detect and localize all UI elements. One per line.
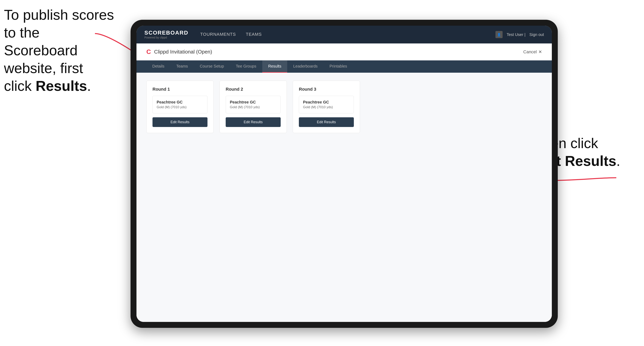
round-2-card: Round 2 Peachtree GC Gold (M) (7010 yds)…: [220, 81, 287, 133]
results-content: Round 1 Peachtree GC Gold (M) (7010 yds)…: [136, 73, 552, 322]
tab-navigation: Details Teams Course Setup Tee Groups Re…: [136, 60, 552, 73]
rounds-grid: Round 1 Peachtree GC Gold (M) (7010 yds)…: [146, 81, 542, 133]
round-1-title: Round 1: [152, 87, 208, 92]
round-2-course-name: Peachtree GC: [230, 100, 276, 104]
round-1-course-info: Peachtree GC Gold (M) (7010 yds): [152, 96, 208, 113]
logo-area: SCOREBOARD Powered by clippd: [144, 30, 188, 39]
nav-right: 👤 Test User | Sign out: [496, 31, 544, 38]
round-3-course-name: Peachtree GC: [303, 100, 350, 104]
round-3-edit-results-button[interactable]: Edit Results: [299, 117, 354, 127]
round-2-title: Round 2: [226, 87, 281, 92]
round-3-card: Round 3 Peachtree GC Gold (M) (7010 yds)…: [293, 81, 360, 133]
tablet-frame: SCOREBOARD Powered by clippd TOURNAMENTS…: [130, 20, 558, 328]
round-3-course-details: Gold (M) (7010 yds): [303, 105, 350, 109]
logo-subtext: Powered by clippd: [144, 36, 188, 39]
instruction-left: To publish scores to the Scoreboard webs…: [4, 6, 115, 95]
tab-results[interactable]: Results: [262, 60, 288, 73]
top-nav: SCOREBOARD Powered by clippd TOURNAMENTS…: [136, 26, 552, 43]
round-1-card: Round 1 Peachtree GC Gold (M) (7010 yds)…: [146, 81, 214, 133]
logo-text: SCOREBOARD: [144, 30, 188, 35]
nav-links: TOURNAMENTS TEAMS: [200, 30, 496, 39]
cancel-button[interactable]: Cancel ✕: [523, 49, 542, 54]
tab-course-setup[interactable]: Course Setup: [194, 60, 230, 73]
tournament-title: Clippd Invitational (Open): [154, 49, 523, 55]
tab-printables[interactable]: Printables: [324, 60, 353, 73]
round-2-course-details: Gold (M) (7010 yds): [230, 105, 276, 109]
round-1-edit-results-button[interactable]: Edit Results: [152, 117, 208, 127]
tab-details[interactable]: Details: [146, 60, 170, 73]
round-2-edit-results-button[interactable]: Edit Results: [226, 117, 281, 127]
logo-scoreboard: SCOREBOARD: [144, 30, 188, 36]
nav-teams[interactable]: TEAMS: [246, 30, 262, 39]
tab-teams[interactable]: Teams: [170, 60, 194, 73]
tablet-screen: SCOREBOARD Powered by clippd TOURNAMENTS…: [136, 26, 552, 322]
tournament-c-icon: C: [146, 48, 151, 55]
tab-tee-groups[interactable]: Tee Groups: [230, 60, 262, 73]
nav-tournaments[interactable]: TOURNAMENTS: [200, 30, 236, 39]
round-1-course-name: Peachtree GC: [157, 100, 203, 104]
round-3-title: Round 3: [299, 87, 354, 92]
sign-out-link[interactable]: Sign out: [530, 32, 544, 37]
tournament-header: C Clippd Invitational (Open) Cancel ✕: [136, 43, 552, 60]
user-text: Test User |: [506, 32, 525, 37]
main-content: C Clippd Invitational (Open) Cancel ✕ De…: [136, 43, 552, 322]
round-3-course-info: Peachtree GC Gold (M) (7010 yds): [299, 96, 354, 113]
round-1-course-details: Gold (M) (7010 yds): [157, 105, 203, 109]
tab-leaderboards[interactable]: Leaderboards: [287, 60, 324, 73]
round-2-course-info: Peachtree GC Gold (M) (7010 yds): [226, 96, 281, 113]
user-icon: 👤: [496, 31, 502, 38]
close-icon: ✕: [538, 49, 542, 54]
